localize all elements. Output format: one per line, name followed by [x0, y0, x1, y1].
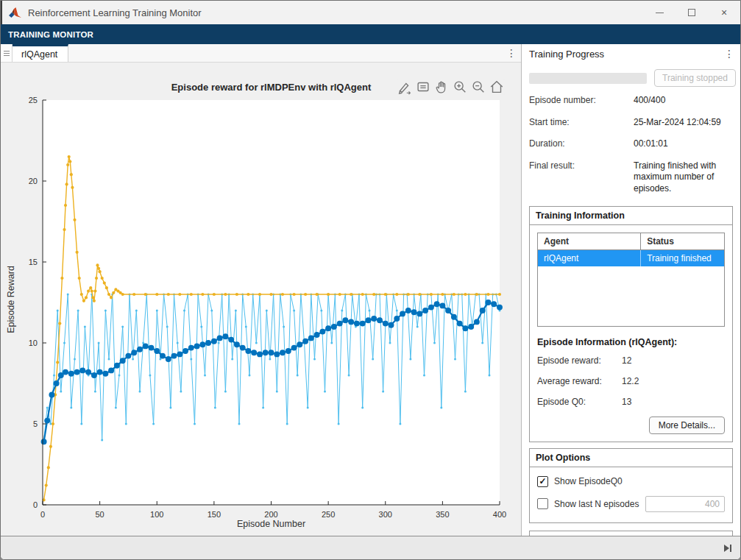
show-last-n-episodes-option: ✓ Show last N episodes — [537, 496, 725, 512]
axes-toolbar — [397, 79, 505, 95]
show-last-n-episodes-checkbox[interactable]: ✓ — [537, 498, 548, 509]
svg-text:10: 10 — [29, 339, 38, 347]
svg-text:50: 50 — [96, 510, 104, 519]
final-result-value: Training finished with maximum number of… — [634, 160, 733, 195]
start-time-value: 25-Mar-2024 12:04:59 — [634, 117, 733, 129]
episode-information-title: Episode Information (rlQAgent): — [537, 337, 725, 347]
start-time-label: Start time: — [529, 117, 634, 129]
svg-text:300: 300 — [379, 510, 392, 519]
final-result-label: Final result: — [529, 160, 634, 195]
svg-text:15: 15 — [29, 258, 38, 266]
training-stopped-button[interactable]: Training stopped — [654, 69, 736, 87]
document-actions-kebab-icon[interactable]: ⋮ — [502, 44, 521, 62]
window-title: Reinforcement Learning Training Monitor — [28, 7, 202, 18]
start-time-row: Start time: 25-Mar-2024 12:04:59 — [522, 112, 740, 134]
show-last-n-episodes-label: Show last N episodes — [554, 499, 639, 509]
episode-number-row: Episode number: 400/400 — [522, 90, 740, 112]
column-header-agent: Agent — [538, 233, 640, 249]
table-header-row: Agent Status — [538, 233, 724, 250]
expand-right-icon[interactable] — [723, 543, 733, 553]
close-button[interactable]: × — [708, 1, 740, 24]
svg-text:150: 150 — [208, 510, 221, 519]
title-bar: Reinforcement Learning Training Monitor … — [1, 1, 740, 24]
tab-label: rlQAgent — [21, 49, 57, 60]
episode-reward-row: Episode reward: 12 — [537, 350, 725, 371]
episode-number-label: Episode number: — [529, 95, 634, 107]
show-episodeq0-option: ✓ Show EpisodeQ0 — [537, 476, 725, 487]
reward-plot: 0510152025050100150200250300350400 — [1, 63, 522, 536]
svg-text:350: 350 — [436, 510, 449, 519]
n-episodes-input[interactable] — [645, 496, 725, 512]
episode-reward-value: 12 — [622, 355, 631, 366]
duration-row: Duration: 00:01:01 — [522, 133, 740, 155]
average-reward-row: Average reward: 12.2 — [537, 371, 725, 391]
duration-value: 00:01:01 — [634, 138, 733, 150]
svg-text:0: 0 — [33, 500, 38, 509]
zoom-out-icon[interactable] — [470, 79, 486, 95]
restore-view-home-icon[interactable] — [489, 79, 505, 95]
maximize-button[interactable] — [676, 1, 708, 24]
zoom-in-icon[interactable] — [452, 79, 468, 95]
svg-text:400: 400 — [493, 510, 506, 519]
plot-options-section: Plot Options ✓ Show EpisodeQ0 ✓ Show las… — [529, 448, 733, 523]
svg-text:200: 200 — [264, 510, 277, 519]
average-reward-value: 12.2 — [622, 376, 639, 386]
table-row[interactable]: rlQAgent Training finished — [538, 250, 724, 266]
column-header-status: Status — [640, 233, 724, 249]
agent-status-table: Agent Status rlQAgent Training finished — [537, 233, 725, 327]
more-details-button[interactable]: More Details... — [649, 417, 725, 434]
svg-text:0: 0 — [40, 510, 45, 519]
training-progress-bar — [529, 73, 647, 84]
plot-legend: Episode reward Episode Q0 Average reward — [529, 531, 733, 536]
duration-label: Duration: — [529, 138, 634, 150]
dock-grip-icon[interactable] — [1, 44, 13, 62]
episode-q0-label: Episode Q0: — [537, 397, 622, 407]
status-bar — [1, 536, 740, 559]
final-result-row: Final result: Training finished with max… — [522, 155, 740, 200]
episode-q0-row: Episode Q0: 13 — [537, 391, 725, 412]
status-cell: Training finished — [640, 250, 724, 266]
pan-icon[interactable] — [433, 79, 450, 95]
export-icon[interactable] — [397, 79, 413, 95]
show-episodeq0-checkbox[interactable]: ✓ — [537, 476, 548, 487]
svg-text:250: 250 — [322, 510, 335, 519]
show-episodeq0-label: Show EpisodeQ0 — [554, 476, 623, 486]
training-information-title: Training Information — [530, 207, 732, 225]
toolstrip: TRAINING MONITOR — [1, 24, 740, 44]
svg-text:5: 5 — [33, 419, 38, 428]
agent-cell: rlQAgent — [538, 250, 640, 266]
minimize-button[interactable] — [643, 1, 676, 24]
toolstrip-tab-training-monitor[interactable]: TRAINING MONITOR — [8, 30, 93, 39]
svg-text:20: 20 — [29, 177, 38, 185]
average-reward-label: Average reward: — [537, 376, 622, 386]
matlab-logo-icon — [8, 7, 22, 19]
training-information-section: Training Information Agent Status rlQAge… — [529, 206, 733, 442]
panel-title: Training Progress — [529, 49, 604, 60]
tab-rlqagent[interactable]: rlQAgent — [13, 44, 68, 62]
app-window: Reinforcement Learning Training Monitor … — [0, 0, 741, 560]
chart-document: Episode reward for rlMDPEnv with rlQAgen… — [1, 63, 521, 536]
plot-options-title: Plot Options — [530, 449, 732, 467]
episode-q0-value: 13 — [622, 397, 631, 407]
panel-actions-kebab-icon[interactable]: ⋮ — [724, 48, 734, 60]
datatip-icon[interactable] — [415, 79, 431, 95]
episode-number-value: 400/400 — [634, 95, 733, 107]
plot-area — [43, 100, 500, 505]
episode-reward-label: Episode reward: — [537, 355, 622, 366]
svg-text:100: 100 — [150, 510, 163, 519]
document-tab-bar: rlQAgent ⋮ — [1, 44, 521, 63]
training-progress-panel: Training Progress ⋮ Training stopped Epi… — [522, 44, 740, 536]
svg-text:25: 25 — [29, 96, 38, 104]
